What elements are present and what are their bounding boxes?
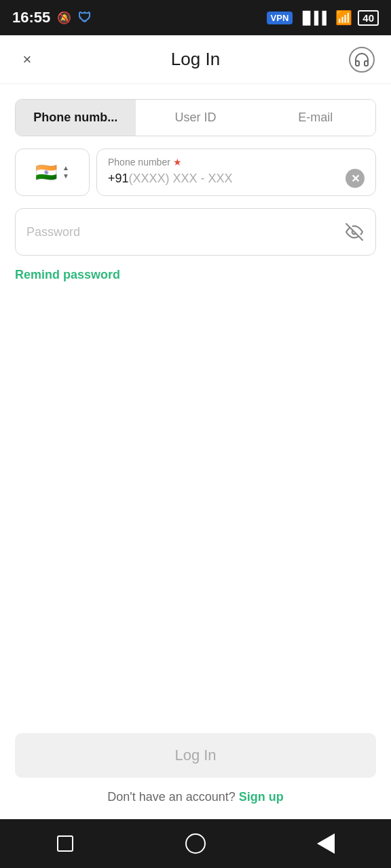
tab-userid[interactable]: User ID (136, 100, 256, 136)
phone-row: 🇮🇳 Phone number ★ +91(XXXX) XXX - XXX ✕ (15, 149, 376, 196)
phone-input-wrapper: Phone number ★ +91(XXXX) XXX - XXX ✕ (96, 149, 376, 196)
phone-label: Phone number ★ (108, 157, 365, 167)
support-icon (349, 47, 375, 73)
status-bar: 16:55 🔕 🛡 VPN ▐▌▌▌ 📶 40 (0, 0, 391, 35)
close-button[interactable]: × (15, 47, 39, 72)
page-title: Log In (171, 49, 220, 70)
toggle-password-icon[interactable] (344, 222, 365, 242)
phone-number-text: +91(XXXX) XXX - XXX (108, 172, 233, 186)
nav-back-icon (317, 833, 335, 854)
tab-phone[interactable]: Phone numb... (16, 100, 136, 136)
signup-link[interactable]: Sign up (239, 790, 284, 804)
wifi-icon: 📶 (335, 9, 352, 26)
mute-icon: 🔕 (57, 11, 71, 25)
status-left: 16:55 🔕 🛡 (12, 9, 92, 26)
content: Phone numb... User ID E-mail 🇮🇳 Phone nu… (0, 84, 391, 733)
clear-phone-button[interactable]: ✕ (346, 169, 365, 188)
required-star: ★ (173, 157, 182, 167)
login-button[interactable]: Log In (15, 733, 376, 778)
country-chevron-icon (62, 165, 69, 180)
nav-home-button[interactable] (177, 830, 214, 857)
vpn-badge: VPN (267, 12, 293, 24)
country-selector[interactable]: 🇮🇳 (15, 149, 90, 196)
nav-home-icon (185, 833, 206, 854)
country-flag: 🇮🇳 (35, 162, 57, 183)
remind-password-link[interactable]: Remind password (15, 268, 120, 282)
header: × Log In (0, 35, 391, 84)
nav-bar (0, 819, 391, 868)
nav-square-icon (57, 835, 73, 852)
status-time: 16:55 (12, 9, 50, 26)
status-right: VPN ▐▌▌▌ 📶 40 (267, 9, 379, 26)
shield-icon: 🛡 (78, 10, 92, 26)
battery-indicator: 40 (358, 10, 379, 26)
password-input-wrapper[interactable]: Password (15, 208, 376, 256)
nav-square-button[interactable] (47, 830, 83, 857)
nav-back-button[interactable] (308, 830, 344, 857)
tab-email[interactable]: E-mail (255, 100, 375, 136)
login-tabs: Phone numb... User ID E-mail (15, 99, 376, 136)
bottom-area: Log In Don't have an account? Sign up (0, 733, 391, 819)
signal-icon: ▐▌▌▌ (298, 11, 330, 25)
phone-number-row: +91(XXXX) XXX - XXX ✕ (108, 169, 365, 188)
signup-row: Don't have an account? Sign up (15, 790, 376, 804)
support-button[interactable] (348, 45, 376, 74)
password-placeholder: Password (26, 225, 80, 239)
